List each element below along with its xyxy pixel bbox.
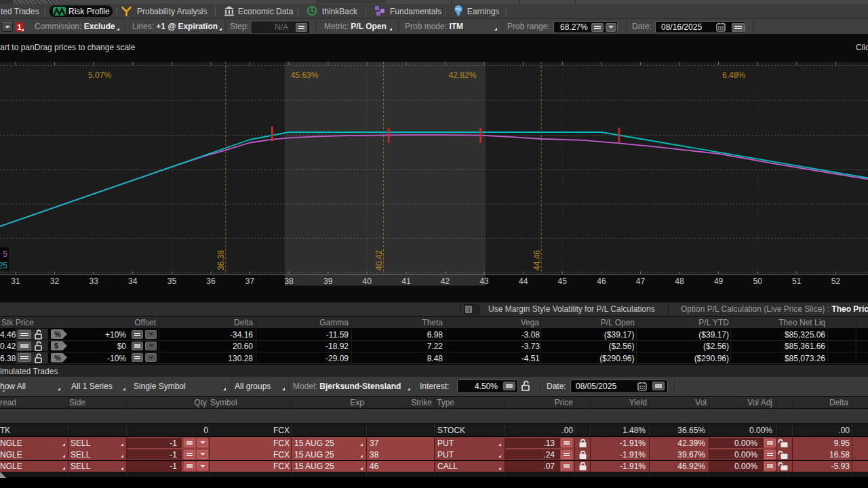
svg-text:Click: Click xyxy=(856,43,868,52)
svg-text:48: 48 xyxy=(675,277,684,286)
svg-text:52: 52 xyxy=(831,277,841,286)
svg-text:44.46: 44.46 xyxy=(532,250,542,270)
svg-text:36.38: 36.38 xyxy=(216,250,226,270)
svg-text:50: 50 xyxy=(753,277,763,286)
svg-text:5.07%: 5.07% xyxy=(88,70,111,80)
svg-text:40: 40 xyxy=(363,277,372,286)
svg-text:44: 44 xyxy=(519,277,528,286)
svg-text:6.48%: 6.48% xyxy=(722,70,745,80)
svg-text:37: 37 xyxy=(245,277,255,286)
svg-text:5: 5 xyxy=(3,249,7,259)
svg-text:41: 41 xyxy=(401,277,411,286)
svg-text:36: 36 xyxy=(206,277,216,286)
svg-text:45: 45 xyxy=(558,277,568,286)
svg-text:46: 46 xyxy=(597,277,606,286)
svg-text:42.82%: 42.82% xyxy=(449,70,477,80)
svg-text:32: 32 xyxy=(50,277,60,286)
svg-text:34: 34 xyxy=(128,277,138,286)
svg-text:45.63%: 45.63% xyxy=(291,70,319,80)
svg-text:38: 38 xyxy=(284,277,294,286)
svg-text:art to panDrag prices to chang: art to panDrag prices to change scale xyxy=(0,43,136,52)
svg-text:40.42: 40.42 xyxy=(374,250,384,270)
svg-text:43: 43 xyxy=(479,277,489,286)
svg-text:39: 39 xyxy=(323,277,333,286)
svg-text:25: 25 xyxy=(0,261,7,270)
svg-text:35: 35 xyxy=(167,277,177,286)
svg-text:33: 33 xyxy=(90,277,99,286)
svg-text:49: 49 xyxy=(714,277,724,286)
svg-text:31: 31 xyxy=(11,277,20,286)
svg-text:51: 51 xyxy=(792,277,802,286)
svg-text:42: 42 xyxy=(441,277,450,286)
svg-text:47: 47 xyxy=(636,277,646,286)
